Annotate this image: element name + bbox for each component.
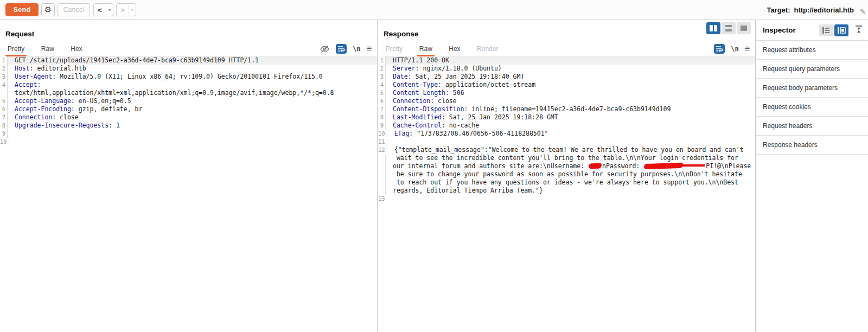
line-number: 1 <box>378 56 386 65</box>
editor-menu-icon[interactable]: ≡ <box>745 44 750 54</box>
show-newlines-icon[interactable]: \n <box>731 45 738 53</box>
response-code[interactable]: 1HTTP/1.1 200 OK2Server: nginx/1.18.0 (U… <box>378 56 755 332</box>
code-line: 12{"template_mail_message":"Welcome to t… <box>378 146 755 154</box>
back-dropdown-caret-icon[interactable]: ▾ <box>106 4 113 16</box>
code-line: our internal forum and authors site are:… <box>378 162 755 170</box>
inspector-view-toggle <box>819 24 848 36</box>
view-layout-buttons <box>706 22 751 34</box>
back-button[interactable]: < ▾ <box>93 3 113 16</box>
line-number <box>378 162 386 170</box>
show-newlines-icon[interactable]: \n <box>353 45 360 53</box>
word-wrap-icon[interactable] <box>336 44 347 54</box>
line-number: 7 <box>378 105 386 113</box>
code-line: 8Last-Modified: Sat, 25 Jan 2025 19:18:2… <box>378 113 755 122</box>
burp-repeater-window: Send ⚙ Cancel < ▾ > ▾ Target: http://edi… <box>0 0 868 332</box>
code-line: 11 <box>378 138 755 146</box>
response-tab-pretty[interactable]: Pretty <box>384 43 405 56</box>
code-line: 4Content-Type: application/octet-stream <box>378 81 755 89</box>
request-tab-raw[interactable]: Raw <box>39 43 56 56</box>
code-line: 7Connection: close <box>0 113 377 122</box>
request-panel-title: Request <box>5 30 34 38</box>
collapse-inspector-icon[interactable] <box>855 25 863 36</box>
forward-button[interactable]: > ▾ <box>116 3 136 16</box>
line-number: 3 <box>378 73 386 81</box>
line-number: 9 <box>378 122 386 130</box>
code-line: 3User-Agent: Mozilla/5.0 (X11; Linux x86… <box>0 73 377 81</box>
code-line: 8Upgrade-Insecure-Requests: 1 <box>0 122 377 130</box>
response-panel: Response Pretty Raw Hex Render \n ≡ 1HTT… <box>378 20 756 332</box>
target-url: http://editorial.htb <box>794 6 854 14</box>
send-settings-gear-icon[interactable]: ⚙ <box>41 3 55 16</box>
code-line: 13 <box>378 195 755 203</box>
line-number <box>378 187 386 195</box>
response-tab-hex[interactable]: Hex <box>446 43 462 56</box>
toolbar: Send ⚙ Cancel < ▾ > ▾ Target: http://edi… <box>0 0 868 20</box>
inspector-title: Inspector <box>763 26 815 34</box>
request-tab-pretty[interactable]: Pretty <box>5 43 27 56</box>
request-code[interactable]: 1GET /static/uploads/19415ec2-a36d-4de7-… <box>0 56 377 332</box>
code-line: 9 <box>0 130 377 138</box>
line-number: 5 <box>378 89 386 97</box>
inspector-section-request-cookies[interactable]: Request cookies <box>756 98 868 117</box>
inspector-section-response-headers[interactable]: Response headers <box>756 136 868 155</box>
inspector-section-request-attributes[interactable]: Request attributes <box>756 41 868 60</box>
response-panel-title: Response <box>384 30 419 38</box>
line-number <box>378 178 386 187</box>
line-number: 8 <box>0 122 8 130</box>
line-number: 3 <box>0 73 8 81</box>
code-line: to reach out if you have any questions o… <box>378 178 755 187</box>
code-line: regards, Editorial Tiempo Arriba Team."} <box>378 187 755 195</box>
line-number: 2 <box>0 65 8 73</box>
line-number: 1 <box>0 56 8 65</box>
line-number: 11 <box>378 138 387 146</box>
line-number: 4 <box>0 81 8 89</box>
code-line: 5Accept-Language: en-US,en;q=0.5 <box>0 97 377 105</box>
redaction-mark <box>589 163 602 169</box>
line-number <box>378 170 386 178</box>
line-number: 6 <box>378 97 386 105</box>
layout-columns-icon[interactable] <box>706 22 720 34</box>
inspector-sidebar-list-icon[interactable] <box>819 24 833 36</box>
code-line: 6Connection: close <box>378 97 755 105</box>
code-line: 9Cache-Control: no-cache <box>378 122 755 130</box>
code-line: text/html,application/xhtml+xml,applicat… <box>0 89 377 97</box>
response-tabs: Pretty Raw Hex Render <box>378 43 755 56</box>
code-line: wait to see the incredible content you'l… <box>378 154 755 162</box>
line-number: 2 <box>378 65 386 73</box>
response-tab-render[interactable]: Render <box>475 43 500 56</box>
target-bar: Target: http://editorial.htb ✎ <box>767 0 854 20</box>
layout-tabs-icon[interactable] <box>737 22 751 34</box>
inspector-section-request-body-parameters[interactable]: Request body parameters <box>756 79 868 98</box>
edit-target-pencil-icon[interactable]: ✎ <box>860 8 866 16</box>
code-line: 1HTTP/1.1 200 OK <box>378 56 755 65</box>
editor-menu-icon[interactable]: ≡ <box>367 44 372 54</box>
inspector-panel: Inspector Request attributes Request que… <box>756 20 868 332</box>
code-line: be sure to change your password as soon … <box>378 170 755 178</box>
inspector-sidebar-panel-icon[interactable] <box>834 24 848 36</box>
line-number: 12 <box>378 146 387 154</box>
hide-nonprintable-eye-icon[interactable] <box>320 45 330 53</box>
redaction-strike <box>680 164 705 167</box>
request-tab-hex[interactable]: Hex <box>68 43 84 56</box>
cancel-button[interactable]: Cancel <box>58 3 90 16</box>
line-number <box>0 89 8 97</box>
target-label: Target: <box>767 6 790 14</box>
inspector-section-request-headers[interactable]: Request headers <box>756 117 868 136</box>
code-line: 1GET /static/uploads/19415ec2-a36d-4de7-… <box>0 56 377 65</box>
redaction-mark <box>644 163 683 170</box>
send-button[interactable]: Send <box>5 3 39 16</box>
back-arrow-icon[interactable]: < <box>94 4 106 16</box>
line-number: 10 <box>378 130 387 138</box>
forward-dropdown-caret-icon[interactable]: ▾ <box>129 4 136 16</box>
inspector-section-request-query-parameters[interactable]: Request query parameters <box>756 60 868 79</box>
layout-rows-icon[interactable] <box>722 22 736 34</box>
forward-arrow-icon: > <box>117 4 129 16</box>
code-line: 10ETag: "1737832708.4670656-506-41182885… <box>378 130 755 138</box>
line-number: 9 <box>0 130 8 138</box>
code-line: 3Date: Sat, 25 Jan 2025 19:18:40 GMT <box>378 73 755 81</box>
word-wrap-icon[interactable] <box>714 44 725 54</box>
code-line: 6Accept-Encoding: gzip, deflate, br <box>0 105 377 113</box>
line-number: 6 <box>0 105 8 113</box>
response-tab-raw[interactable]: Raw <box>417 43 435 56</box>
code-line: 5Content-Length: 506 <box>378 89 755 97</box>
